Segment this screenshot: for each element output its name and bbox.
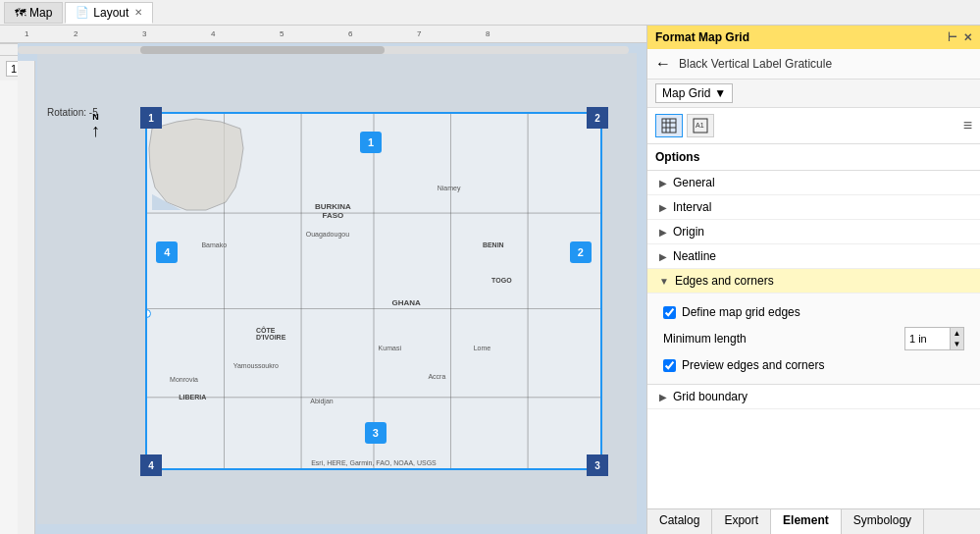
bottom-tabs: Catalog Export Element Symbology — [647, 508, 980, 534]
tab-layout[interactable]: 📄 Layout ✕ — [65, 2, 153, 24]
preview-edges-corners-checkbox[interactable] — [663, 359, 676, 372]
preview-edges-corners-row: Preview edges and corners — [663, 354, 964, 376]
spin-up-btn[interactable]: ▲ — [950, 328, 963, 339]
spin-buttons: ▲ ▼ — [950, 328, 963, 349]
spin-down-btn[interactable]: ▼ — [950, 339, 963, 349]
svg-rect-8 — [662, 119, 676, 133]
label-accra: Accra — [428, 373, 445, 380]
ruler-top: 1 2 3 4 5 6 7 8 — [0, 26, 646, 43]
panel-menu-icon[interactable]: ≡ — [963, 117, 972, 134]
grid-labels-btn[interactable]: A1 — [687, 114, 714, 137]
edge-handle-left[interactable] — [145, 309, 151, 318]
menu-item-neatline[interactable]: ▶ Neatline — [647, 244, 980, 269]
ruler-tick-1: 1 — [25, 29, 28, 38]
grid-lines-icon — [661, 118, 677, 134]
map-grid-bar: Map Grid ▼ — [647, 80, 980, 108]
menu-item-grid-boundary[interactable]: ▶ Grid boundary — [647, 385, 980, 409]
corner-handle-bl: 4 — [140, 454, 162, 476]
options-header: Options — [647, 144, 980, 171]
map-marker-3: 3 — [365, 422, 387, 444]
minimum-length-row: Minimum length ▲ ▼ — [663, 323, 964, 354]
label-burkina: BURKINAFASO — [315, 202, 351, 220]
tab-catalog[interactable]: Catalog — [647, 509, 712, 534]
origin-label: Origin — [673, 225, 704, 239]
label-bamako: Bamako — [201, 241, 227, 248]
label-cote: CÔTED'IVOIRE — [256, 327, 285, 341]
ruler-tick-6: 6 — [348, 29, 352, 38]
tab-catalog-label: Catalog — [659, 513, 699, 527]
define-map-grid-edges-row: Define map grid edges — [663, 301, 964, 323]
map-grid-chevron: ▼ — [714, 86, 726, 100]
tab-map-label: Map — [29, 6, 52, 20]
preview-edges-corners-label: Preview edges and corners — [682, 358, 824, 372]
map-canvas[interactable]: Rotation: -5 N ↑ — [18, 43, 646, 534]
header-icons: ⊢ ✕ — [948, 31, 972, 44]
neatline-label: Neatline — [673, 249, 716, 263]
ruler-tick-4: 4 — [211, 29, 215, 38]
map-grid-dropdown[interactable]: Map Grid ▼ — [655, 83, 733, 103]
interval-label: Interval — [673, 200, 711, 214]
label-ouagadougou: Ouagadougou — [306, 231, 349, 238]
corner-handle-tr: 2 — [587, 107, 608, 129]
tab-layout-label: Layout — [93, 6, 129, 20]
map-frame: BURKINAFASO Ouagadougou Niamey Bamako BE… — [145, 112, 602, 470]
menu-item-interval[interactable]: ▶ Interval — [647, 195, 980, 220]
north-arrow: N ↑ — [91, 112, 100, 139]
attribution: Esri, HERE, Garmin, FAO, NOAA, USGS — [311, 459, 437, 466]
label-lome: Lome — [474, 345, 491, 351]
tab-export[interactable]: Export — [712, 509, 771, 534]
edges-corners-arrow: ▼ — [659, 276, 669, 287]
label-kumasi: Kumasi — [379, 345, 401, 351]
label-niamey: Niamey — [438, 185, 461, 191]
label-benin: BENIN — [483, 241, 504, 248]
edges-corners-label: Edges and corners — [675, 274, 774, 288]
ruler-tick-5: 5 — [280, 29, 284, 38]
label-monrovia: Monrovia — [170, 376, 198, 383]
label-togo: TOGO — [491, 277, 511, 284]
map-marker-1: 1 — [360, 132, 382, 153]
neatline-arrow: ▶ — [659, 251, 667, 262]
define-map-grid-edges-label: Define map grid edges — [682, 305, 800, 319]
tab-map[interactable]: 🗺 Map — [4, 2, 63, 24]
pin-panel-icon[interactable]: ⊢ — [948, 31, 957, 44]
map-tab-icon: 🗺 — [15, 7, 26, 19]
label-yamoussoukro: Yamoussoukro — [233, 362, 279, 369]
options-scroll[interactable]: ▶ General ▶ Interval ▶ Origin ▶ Neatline… — [647, 171, 980, 508]
svg-text:A1: A1 — [696, 122, 704, 129]
label-abidjan: Abidjan — [310, 398, 333, 404]
menu-item-origin[interactable]: ▶ Origin — [647, 220, 980, 244]
icon-row: A1 ≡ — [647, 108, 980, 144]
ruler-tick-7: 7 — [417, 29, 421, 38]
ruler-tick-8: 8 — [486, 29, 490, 38]
define-map-grid-edges-checkbox[interactable] — [663, 306, 676, 319]
minimum-length-label: Minimum length — [663, 332, 747, 346]
label-ghana: GHANA — [391, 298, 420, 307]
label-liberia: LIBERIA — [179, 394, 206, 400]
layout-tab-icon: 📄 — [76, 6, 89, 19]
origin-arrow: ▶ — [659, 227, 667, 238]
ruler-tick-3: 3 — [142, 29, 146, 38]
grid-lines-btn[interactable] — [655, 114, 683, 137]
map-marker-2: 2 — [570, 241, 592, 263]
tab-layout-close[interactable]: ✕ — [134, 7, 142, 18]
map-grid-label: Map Grid — [662, 86, 710, 100]
main-area: 1 2 3 4 5 6 7 8 Rotation: -5 N ↑ — [0, 26, 980, 534]
corner-handle-tl: 1 — [140, 107, 162, 129]
map-panel: 1 2 3 4 5 6 7 8 Rotation: -5 N ↑ — [0, 26, 646, 534]
minimum-length-input[interactable] — [905, 331, 950, 347]
tab-element[interactable]: Element — [771, 509, 842, 534]
grid-subtitle: Black Vertical Label Graticule — [679, 57, 832, 71]
menu-item-general[interactable]: ▶ General — [647, 171, 980, 195]
close-panel-icon[interactable]: ✕ — [963, 31, 972, 44]
tab-symbology[interactable]: Symbology — [842, 509, 924, 534]
rotation-label: Rotation: -5 — [47, 107, 98, 387]
tab-export-label: Export — [724, 513, 758, 527]
subtitle-bar: ← Black Vertical Label Graticule — [647, 49, 980, 80]
general-label: General — [673, 176, 715, 189]
back-icon[interactable]: ← — [655, 55, 671, 73]
format-map-grid-header: Format Map Grid ⊢ ✕ — [647, 26, 980, 49]
menu-item-edges-corners[interactable]: ▼ Edges and corners — [647, 269, 980, 294]
right-panel: Format Map Grid ⊢ ✕ ← Black Vertical Lab… — [646, 26, 980, 534]
grid-boundary-label: Grid boundary — [673, 390, 748, 403]
h-scrollbar-thumb[interactable] — [140, 46, 385, 54]
